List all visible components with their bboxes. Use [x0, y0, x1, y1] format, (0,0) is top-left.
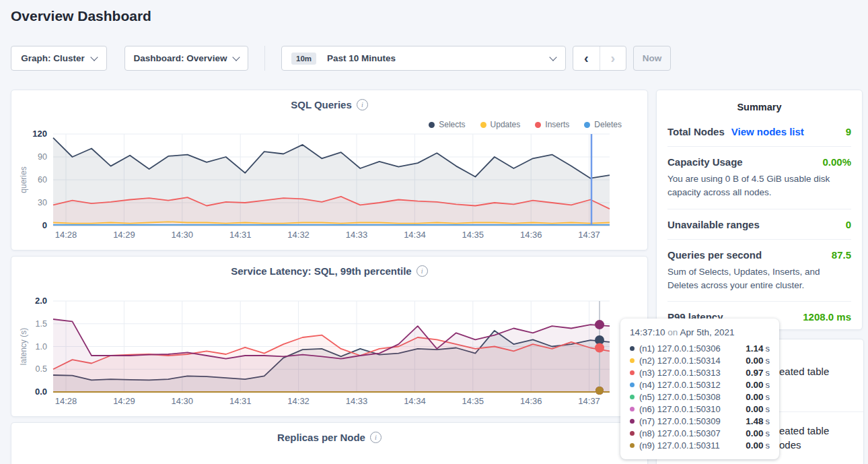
capacity-usage-label: Capacity Usage [667, 156, 743, 168]
svg-text:14:33: 14:33 [346, 230, 368, 240]
event-text-fragment: odes [779, 439, 801, 451]
latency-hover-point [595, 387, 604, 395]
tooltip-node-label: (n8) 127.0.0.1:50307 [639, 428, 741, 438]
legend-label: Deletes [594, 120, 622, 129]
sql-queries-chart[interactable]: 14:2814:2914:3014:3114:3214:3314:3414:35… [11, 90, 647, 250]
tooltip-row: (n2) 127.0.0.1:503140.00s [630, 354, 770, 366]
view-nodes-list-link[interactable]: View nodes list [731, 126, 804, 137]
svg-text:14:33: 14:33 [346, 396, 368, 406]
tooltip-row: (n6) 127.0.0.1:503100.00s [630, 403, 770, 415]
event-text-fragment: eated table [779, 425, 829, 436]
svg-text:14:35: 14:35 [462, 230, 484, 240]
sql-queries-panel[interactable]: SQL Queries i SelectsUpdatesInsertsDelet… [11, 90, 648, 251]
latency-hover-point [595, 387, 604, 395]
latency-hover-point [595, 387, 604, 395]
toolbar-divider [264, 46, 265, 71]
series-color-dot [630, 431, 635, 436]
tooltip-unit: s [766, 356, 770, 366]
unavailable-ranges-label: Unavailable ranges [667, 219, 760, 230]
tooltip-row: (n9) 127.0.0.1:503110.00s [630, 439, 770, 451]
tooltip-node-value: 1.14s [746, 343, 770, 354]
svg-text:14:28: 14:28 [55, 396, 77, 406]
svg-text:14:28: 14:28 [55, 230, 77, 240]
replicas-title: Replicas per Node [277, 432, 365, 443]
tooltip-node-value: 0.00s [746, 404, 770, 414]
svg-text:14:34: 14:34 [404, 396, 426, 406]
svg-text:0: 0 [42, 220, 47, 230]
time-prev-button[interactable]: ‹ [573, 46, 600, 70]
svg-text:0.0: 0.0 [35, 387, 47, 397]
time-range-dropdown[interactable]: 10m Past 10 Minutes [281, 46, 566, 71]
tooltip-node-value: 0.00s [746, 392, 770, 402]
svg-text:14:29: 14:29 [113, 230, 135, 240]
legend-dot [535, 122, 541, 128]
svg-text:14:37: 14:37 [578, 396, 600, 406]
qps-desc: Sum of Selects, Updates, Inserts, and De… [667, 265, 851, 293]
tooltip-unit: s [766, 392, 770, 402]
info-icon[interactable]: i [357, 99, 368, 110]
tooltip-node-value: 0.00s [746, 380, 770, 390]
tooltip-unit: s [766, 428, 770, 438]
chevron-down-icon [233, 53, 240, 61]
tooltip-node-label: (n1) 127.0.0.1:50306 [639, 343, 741, 354]
total-nodes-label: Total Nodes [667, 126, 725, 137]
svg-text:queries: queries [19, 166, 28, 193]
summary-panel: Summary Total Nodes View nodes list 9 Ca… [656, 90, 863, 330]
legend-dot [584, 122, 590, 128]
tooltip-node-label: (n3) 127.0.0.1:50313 [639, 368, 741, 378]
svg-text:90: 90 [38, 152, 47, 162]
series-color-dot [630, 346, 635, 351]
tooltip-node-value: 0.00s [746, 356, 770, 366]
service-latency-chart[interactable]: 14:2814:2914:3014:3114:3214:3314:3414:35… [11, 257, 647, 416]
tooltip-row: (n4) 127.0.0.1:503120.00s [630, 378, 770, 391]
latency-hover-point [595, 387, 604, 395]
service-latency-panel[interactable]: Service Latency: SQL, 99th percentile i … [11, 256, 648, 417]
series-color-dot [630, 443, 635, 448]
legend-item-updates[interactable]: Updates [480, 120, 521, 129]
legend-label: Selects [439, 120, 465, 129]
dashboard-dropdown-label: Dashboard: Overview [134, 53, 227, 63]
qps-value: 87.5 [832, 249, 851, 261]
series-color-dot [630, 383, 635, 387]
svg-text:14:31: 14:31 [229, 230, 252, 240]
replicas-panel[interactable]: Replicas per Node i [11, 422, 648, 464]
tooltip-node-label: (n6) 127.0.0.1:50310 [639, 404, 741, 414]
dashboard-dropdown[interactable]: Dashboard: Overview [124, 46, 248, 71]
info-icon[interactable]: i [370, 432, 382, 443]
service-latency-title: Service Latency: SQL, 99th percentile [231, 265, 411, 277]
tooltip-node-value: 0.97s [746, 368, 770, 378]
graph-dropdown[interactable]: Graph: Cluster [11, 46, 107, 71]
svg-text:14:37: 14:37 [578, 230, 600, 240]
latency-hover-point [595, 343, 604, 353]
series-color-dot [630, 419, 635, 424]
svg-text:14:36: 14:36 [520, 396, 542, 406]
unavailable-ranges-value: 0 [846, 219, 851, 230]
svg-text:14:35: 14:35 [462, 396, 484, 406]
svg-text:2.0: 2.0 [35, 296, 47, 306]
latency-hover-point [595, 335, 604, 345]
legend-label: Updates [491, 120, 521, 129]
tooltip-node-value: 0.00s [746, 428, 770, 438]
svg-text:14:32: 14:32 [287, 396, 310, 406]
tooltip-row: (n1) 127.0.0.1:503061.14s [630, 342, 770, 354]
time-next-button[interactable]: › [600, 46, 626, 70]
info-icon[interactable]: i [417, 265, 428, 277]
legend-item-inserts[interactable]: Inserts [535, 120, 569, 129]
svg-text:30: 30 [38, 198, 47, 207]
event-text-fragment: eated table [779, 366, 829, 377]
latency-hover-point [595, 387, 604, 395]
tooltip-row: (n5) 127.0.0.1:503080.00s [630, 391, 770, 403]
svg-text:14:30: 14:30 [172, 396, 194, 406]
sql-queries-title: SQL Queries [291, 99, 352, 110]
now-button[interactable]: Now [633, 46, 671, 71]
chevron-down-icon [549, 53, 556, 61]
svg-text:latency (s): latency (s) [19, 328, 28, 365]
legend-item-deletes[interactable]: Deletes [584, 120, 622, 129]
capacity-usage-value: 0.00% [822, 156, 851, 168]
series-color-dot [630, 395, 635, 399]
latency-hover-point [595, 387, 604, 395]
time-step-buttons: ‹ › [573, 46, 626, 71]
svg-text:14:36: 14:36 [520, 230, 542, 240]
svg-text:60: 60 [38, 175, 47, 185]
legend-item-selects[interactable]: Selects [429, 120, 465, 129]
